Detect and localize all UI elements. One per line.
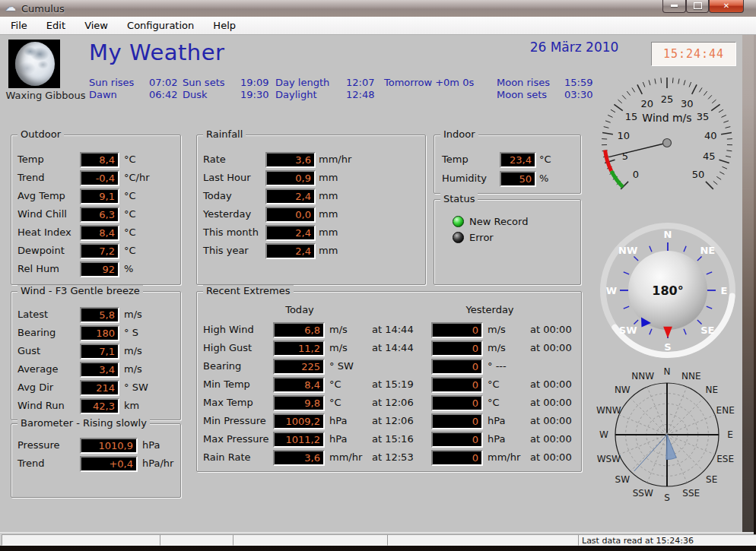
status-pane-1 xyxy=(2,534,161,546)
panel-title: Recent Extremes xyxy=(203,285,294,296)
lcd-value: 9,1 xyxy=(80,188,119,204)
lcd-value: 0 xyxy=(431,340,483,356)
unit-label: mm xyxy=(319,172,338,183)
data-row: Temp23,4°C xyxy=(434,152,580,167)
data-row: Avg Temp9,1°C xyxy=(11,188,180,204)
data-row: This year2,4mm xyxy=(197,243,425,258)
moon-phase-label: Waxing Gibbous xyxy=(2,90,90,101)
row-label: Min Pressure xyxy=(203,415,266,426)
panel-barometer: Barometer - Rising slowly Pressure1010,9… xyxy=(11,423,181,498)
data-row: Latest5,8m/s xyxy=(11,307,180,322)
extremes-row: High Gust11,2m/sat 14:440m/sat 00:00 xyxy=(197,340,581,356)
unit-label: m/s xyxy=(124,363,142,375)
menu-item-edit[interactable]: Edit xyxy=(39,17,73,35)
today-column-header: Today xyxy=(250,304,349,315)
row-label: Heat Index xyxy=(17,226,71,238)
lcd-value: 6,8 xyxy=(273,322,325,338)
row-label: Temp xyxy=(17,154,44,165)
lcd-value: 23,4 xyxy=(500,152,536,168)
lcd-value: 42,3 xyxy=(80,398,119,414)
gauge-tick-label: 0 xyxy=(633,169,639,180)
unit-label: km xyxy=(124,400,139,411)
row-label: This year xyxy=(203,245,249,256)
wind-rose-chart: NNNENEENEEESESESSESSSWSWWSWWWNWNWNNW xyxy=(584,363,751,523)
lcd-value: 0,9 xyxy=(265,170,316,186)
menu-item-file[interactable]: File xyxy=(3,17,35,35)
gauge-tick-label: 10 xyxy=(617,130,630,141)
extremes-row: Rain Rate3,6mm/hrat 12:530mm/hrat 00:00 xyxy=(197,450,581,465)
time-label: at 00:00 xyxy=(530,451,572,463)
compass-label: SE xyxy=(700,325,714,336)
time-label: at 14:44 xyxy=(372,324,414,335)
desktop: ☁ Cumulus ✕ File Edit View Configuration… xyxy=(0,0,756,551)
extremes-row: Max Pressure1011,2hPaat 15:160hPaat 00:0… xyxy=(197,432,581,447)
status-pane-3 xyxy=(233,534,389,546)
gauge-tick-label: 50 xyxy=(692,169,705,180)
unit-label: °C xyxy=(488,378,500,390)
menu-item-view[interactable]: View xyxy=(77,17,116,35)
rose-label: NNW xyxy=(631,371,654,382)
menu-item-configuration[interactable]: Configuration xyxy=(119,17,202,35)
unit-label: °C xyxy=(488,397,500,408)
lcd-value: 6,3 xyxy=(80,207,119,223)
lcd-value: 11,2 xyxy=(273,340,325,356)
unit-label: m/s xyxy=(488,324,506,335)
unit-label: °C xyxy=(329,378,341,390)
unit-label: mm xyxy=(319,226,338,238)
rose-label: E xyxy=(727,429,733,440)
lcd-value: 2,4 xyxy=(265,225,316,241)
lcd-value: 3,6 xyxy=(273,450,325,466)
unit-label: m/s xyxy=(488,342,506,353)
unit-label: hPa xyxy=(488,433,505,445)
data-row: Wind Chill6,3°C xyxy=(11,207,180,222)
gauge-tick-label: 35 xyxy=(697,111,710,122)
unit-label: °C xyxy=(124,208,136,220)
gauge-tick-label: 40 xyxy=(704,130,717,141)
minimize-icon xyxy=(671,5,678,7)
lcd-value: 2,4 xyxy=(265,188,316,204)
lcd-value: 50 xyxy=(500,171,536,187)
time-label: at 12:06 xyxy=(372,415,414,426)
compass-label: SW xyxy=(619,325,637,336)
unit-label: °C xyxy=(539,154,551,165)
unit-label: ° --- xyxy=(488,360,507,372)
row-label: Avg Dir xyxy=(17,382,53,393)
day-length-value: 12:07 xyxy=(346,77,374,88)
lcd-value: 9,8 xyxy=(273,395,325,411)
time-label: at 12:53 xyxy=(372,451,414,463)
maximize-button[interactable] xyxy=(686,0,709,13)
extremes-row: Min Temp8,4°Cat 15:190°Cat 00:00 xyxy=(197,377,581,392)
time-label: at 00:00 xyxy=(530,324,572,335)
unit-label: °C/hr xyxy=(124,172,150,183)
rose-label: W xyxy=(599,429,608,440)
sun-sets-value: 19:09 xyxy=(240,77,268,88)
minimize-button[interactable] xyxy=(662,0,686,13)
unit-label: °C xyxy=(124,245,136,256)
compass-label: S xyxy=(664,341,671,353)
lcd-value: 1009,2 xyxy=(273,413,325,429)
panel-title: Status xyxy=(440,193,478,204)
moon-image xyxy=(8,40,60,88)
unit-label: ° SW xyxy=(329,360,354,372)
data-row: Average3,4m/s xyxy=(11,362,180,377)
row-label: Rain Rate xyxy=(203,451,251,463)
panel-outdoor: Outdoor Temp8,4°C Trend-0,4°C/hr Avg Tem… xyxy=(11,135,181,285)
close-button[interactable]: ✕ xyxy=(709,0,744,13)
data-row: Trend+0,4hPa/hr xyxy=(11,456,180,471)
day-length-label: Day length xyxy=(275,77,329,88)
gauge-needle xyxy=(608,143,667,157)
lcd-value: -0,4 xyxy=(80,170,119,186)
daylight-label: Daylight xyxy=(275,89,316,100)
lcd-value: 5,8 xyxy=(80,307,119,323)
time-label: at 00:00 xyxy=(530,433,572,445)
time-label: at 15:19 xyxy=(372,378,414,390)
gauge-tick-label: 20 xyxy=(640,98,653,109)
lcd-value: 92 xyxy=(80,261,119,277)
data-row: Avg Dir214° SW xyxy=(11,380,180,395)
status-pane-2 xyxy=(160,534,234,546)
status-row: Error xyxy=(434,231,580,246)
gauge-tick-label: 45 xyxy=(703,150,716,162)
error-led-icon xyxy=(453,232,464,243)
row-label: Yesterday xyxy=(203,208,251,220)
menu-item-help[interactable]: Help xyxy=(205,17,243,35)
